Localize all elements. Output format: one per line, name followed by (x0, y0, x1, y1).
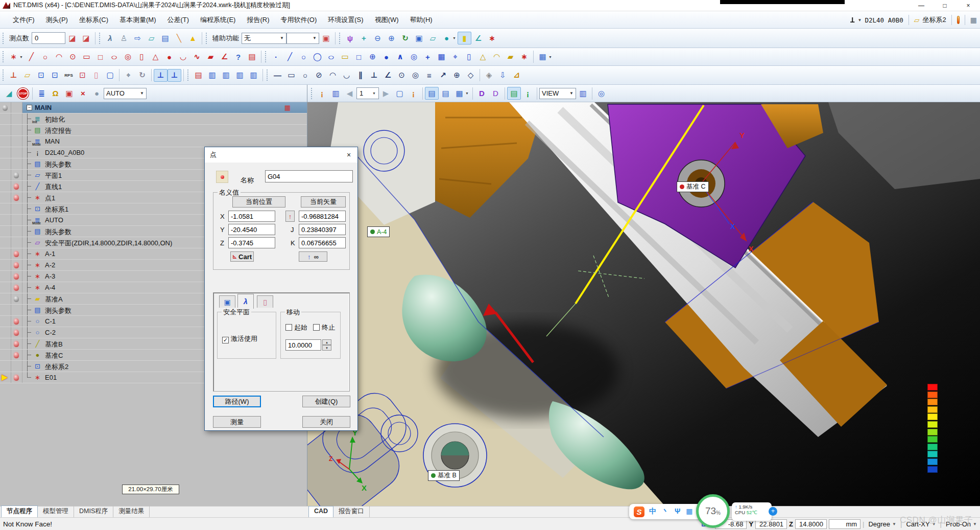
tree-item-label[interactable]: C-2 (45, 329, 56, 336)
menu-item-0[interactable]: 文件(F) (7, 13, 40, 26)
ball-lower-icon[interactable]: ● (90, 87, 104, 100)
notes-icon[interactable]: ▮ (458, 32, 471, 44)
tree-root-row[interactable]: −MAIN▦ (0, 102, 307, 113)
measure-stud-icon[interactable]: ⊙ (66, 51, 80, 63)
monitor-expand-button[interactable]: + (769, 507, 777, 516)
activate-checkbox-box[interactable]: ✓ (222, 337, 229, 343)
window-probe-icon[interactable]: ▣ (62, 87, 76, 100)
tol-flatness-icon[interactable]: ▭ (284, 69, 298, 82)
toolbar-handle[interactable] (3, 70, 4, 81)
measure-slot-icon[interactable]: ○ (107, 51, 121, 63)
close-dialog-button[interactable]: 关闭 (302, 416, 350, 428)
bulb-on-icon[interactable] (14, 262, 19, 268)
find-doc-icon[interactable]: ◎ (594, 87, 608, 100)
i-input[interactable] (299, 211, 346, 222)
bulb-on-icon[interactable] (14, 330, 19, 336)
tree-item-label[interactable]: A-2 (45, 261, 55, 269)
menu-item-10[interactable]: 帮助(H) (404, 13, 438, 26)
warning-icon[interactable]: ▲ (186, 32, 200, 44)
menu-item-3[interactable]: 基本测量(M) (114, 13, 162, 26)
unlock-icon[interactable]: Ω (49, 87, 62, 100)
trim-gear-icon[interactable]: ◈ (482, 69, 496, 82)
measure-square-icon[interactable]: □ (93, 51, 107, 63)
tree-item-content[interactable]: ≣Init初始化 (22, 113, 307, 124)
input-method-bar[interactable]: S 中丶Ψ▦ (629, 504, 706, 519)
save-view-icon[interactable]: ▥ (576, 87, 590, 100)
measure-angle-icon[interactable]: ∠ (218, 51, 231, 63)
z-input[interactable] (228, 237, 275, 248)
shaded-sphere-icon[interactable]: ●▼ (440, 32, 453, 44)
cad-scene[interactable]: Y X X (307, 102, 980, 506)
zoom-in-icon[interactable]: ⊕ (385, 32, 398, 44)
new-doc-icon[interactable]: ▢ (393, 87, 407, 100)
measure-circle-icon[interactable]: ○ (38, 51, 52, 63)
goto-step-icon[interactable]: ⇨ (131, 32, 145, 44)
window-comment-icon[interactable]: ▤ (425, 87, 439, 100)
pan-view-icon[interactable]: + (357, 32, 371, 44)
find-vector-button[interactable]: ↑ ∞ (299, 251, 327, 262)
toolbar-handle[interactable] (265, 51, 267, 62)
menu-item-7[interactable]: 专用软件(O) (275, 13, 323, 26)
page-next-icon[interactable]: ▶ (379, 87, 393, 100)
sogou-logo-icon[interactable]: S (634, 506, 644, 517)
battery-percent-widget[interactable]: 73 % (696, 494, 730, 528)
construct-big-circle-icon[interactable]: ◯ (310, 51, 324, 63)
tol-parallelism-icon[interactable]: ∥ (353, 69, 367, 82)
view-part-csys-icon[interactable]: ⊥ (168, 69, 181, 82)
xyz-position-icon[interactable]: ▱ (145, 32, 158, 44)
probe-dropdown-caret[interactable]: ▼ (858, 18, 862, 22)
measure-cylinder-icon[interactable]: ▯ (135, 51, 149, 63)
x-input[interactable] (228, 211, 275, 222)
csys-rps-icon[interactable]: RPS (62, 69, 76, 82)
toolbar-handle[interactable] (3, 51, 4, 62)
start-checkbox[interactable]: 起始 (285, 323, 307, 332)
view-tab-1[interactable]: 报告窗口 (333, 506, 370, 517)
csys-folder-icon[interactable]: ▱ (914, 16, 920, 24)
tol-profile-surface-icon[interactable]: ◡ (340, 69, 353, 82)
csys-dice-fit-icon[interactable]: ⊡ (48, 69, 62, 82)
dialog-title-bar[interactable]: 点 × (205, 147, 357, 163)
cad-3d-model[interactable]: Y X X (307, 102, 980, 506)
tree-expander[interactable]: − (27, 105, 32, 110)
probe-copy-icon[interactable]: ¡ (407, 87, 420, 100)
csys-save-icon[interactable]: ▱ (20, 69, 34, 82)
tree-item-label[interactable]: MAN (45, 137, 60, 145)
toolbar-handle[interactable] (206, 33, 207, 44)
tree-item-label[interactable]: 点1 (45, 194, 55, 203)
run-mode-select[interactable]: AUTO▼ (104, 88, 147, 99)
bulb-on-icon[interactable] (14, 251, 19, 257)
toolbar-handle[interactable] (3, 33, 4, 44)
view-tab-0[interactable]: CAD (308, 506, 333, 517)
tree-item-label[interactable]: AUTO (45, 216, 63, 224)
measure-ring-icon[interactable]: ◎ (121, 51, 135, 63)
bulb-off-icon[interactable] (14, 172, 19, 178)
report-db2-icon[interactable]: ▥ (219, 69, 233, 82)
erase-point-icon[interactable]: ◪ (65, 32, 79, 44)
start-checkbox-box[interactable] (285, 324, 292, 331)
tree-item-label[interactable]: E01 (45, 374, 57, 381)
window-pick-icon[interactable]: ▤ (439, 87, 452, 100)
auto-run-icon[interactable]: λ (103, 32, 117, 44)
tree-root-label[interactable]: MAIN (35, 104, 52, 111)
report-grid-icon[interactable]: ▦ (284, 104, 291, 111)
tree-item-label[interactable]: 坐标系1 (45, 205, 68, 214)
zoom-out-icon[interactable]: ⊖ (371, 32, 385, 44)
path-button[interactable]: 路径(W) (213, 396, 261, 407)
tree-item-label[interactable]: D2L40_A0B0 (45, 149, 84, 156)
csys-rotate-icon[interactable]: ↻ (135, 69, 149, 82)
tree-item-label[interactable]: C-1 (45, 317, 56, 325)
bottom-tab-0[interactable]: 节点程序 (1, 505, 38, 517)
construct-plane-icon[interactable]: ▭ (338, 51, 352, 63)
measure-arc-icon[interactable]: ◠ (52, 51, 66, 63)
grid-options-icon[interactable]: ▦▼ (536, 51, 549, 63)
tree-item-label[interactable]: 测头参数 (45, 306, 71, 315)
construct-grid-icon[interactable]: ▦ (435, 51, 448, 63)
csys-box-icon[interactable]: ▢ (103, 69, 117, 82)
tol-distance-icon[interactable]: ◇ (464, 69, 477, 82)
tree-item-label[interactable]: A-4 (45, 284, 55, 291)
report-db3-icon[interactable]: ▥ (233, 69, 247, 82)
bulb-on-icon[interactable] (14, 352, 19, 358)
move-distance-spinner[interactable]: ▲▼ (322, 339, 331, 351)
construct-point-icon[interactable]: · (269, 51, 283, 63)
measure-button[interactable]: 测量 (213, 416, 261, 428)
